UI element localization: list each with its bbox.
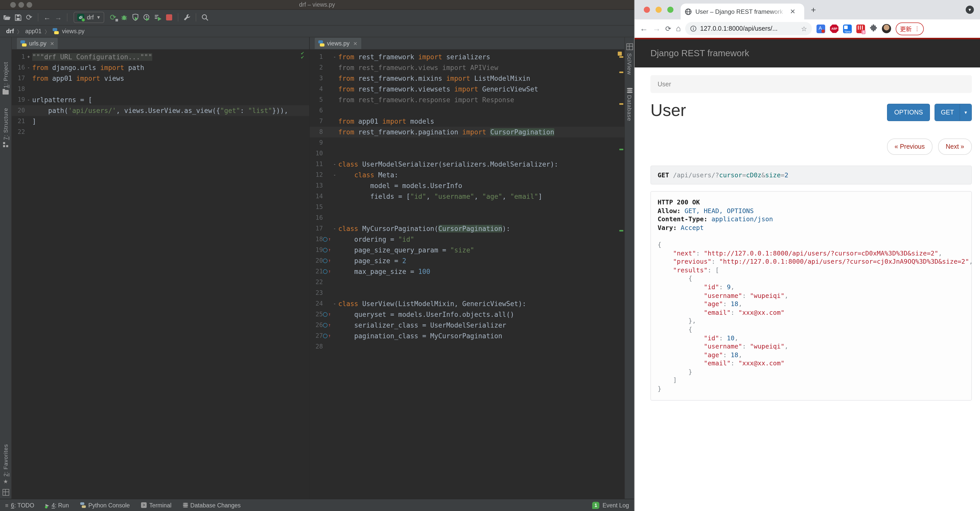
line-number[interactable]: 22 <box>310 277 323 288</box>
previous-page-button[interactable]: « Previous <box>887 138 932 155</box>
line-number[interactable]: 1 <box>310 52 323 62</box>
fold-marker[interactable]: - <box>331 170 338 180</box>
close-tab-icon[interactable]: ✕ <box>50 41 54 46</box>
sidebar-item-structure[interactable]: 7: Structure <box>3 108 9 140</box>
code-line[interactable]: 23 <box>310 288 624 298</box>
address-bar[interactable]: 127.0.0.1:8000/api/users/... ☆ <box>686 22 812 35</box>
code-line[interactable]: 18 <box>12 84 309 94</box>
sidebar-item-favorites[interactable]: 2: Favorites <box>3 444 9 476</box>
code-line[interactable]: 17-class MyCursorPagination(CursorPagina… <box>310 223 624 234</box>
line-number[interactable]: 11 <box>310 159 323 170</box>
line-number[interactable]: 27 <box>310 331 323 341</box>
line-number[interactable]: 18 <box>310 234 323 245</box>
overridden-attribute-icon[interactable]: ↑ <box>323 320 331 331</box>
breadcrumb-file[interactable]: views.py <box>62 28 84 34</box>
statusbar-todo[interactable]: ≡ 6: TODO <box>5 502 34 508</box>
tool-window-switcher-icon[interactable] <box>2 489 9 496</box>
code-line[interactable]: 5from rest_framework.response import Res… <box>310 94 624 105</box>
code-line[interactable]: 26↑ serializer_class = UserModelSerializ… <box>310 320 624 331</box>
fold-marker[interactable]: - <box>331 52 338 62</box>
statusbar-run[interactable]: ▶ 4: Run <box>46 502 69 508</box>
overridden-attribute-icon[interactable]: ↑ <box>323 266 331 277</box>
favorites-star-icon[interactable]: ★ <box>3 478 8 485</box>
line-number[interactable]: 16 <box>310 213 323 223</box>
extensions-puzzle-icon[interactable] <box>870 24 878 33</box>
reload-icon[interactable]: ⟳ <box>665 24 671 33</box>
wrench-icon[interactable] <box>181 12 193 23</box>
save-all-icon[interactable] <box>12 12 24 23</box>
inspections-warning-icon[interactable] <box>618 52 622 56</box>
options-button[interactable]: OPTIONS <box>887 104 930 121</box>
update-chrome-button[interactable]: 更新 ⋮ <box>896 22 924 35</box>
drf-breadcrumb-user[interactable]: User <box>658 81 671 88</box>
tab-views-py[interactable]: views.py ✕ <box>315 38 361 49</box>
run-configurations-list-icon[interactable] <box>153 12 164 23</box>
inspections-ok-icon[interactable]: ✔✔ <box>301 51 304 59</box>
line-number[interactable]: 17 <box>310 223 323 234</box>
line-number[interactable]: 25 <box>310 309 323 320</box>
code-line[interactable]: 16-from django.urls import path <box>12 62 309 73</box>
code-line[interactable]: 6 <box>310 105 624 116</box>
code-line[interactable]: 19-urlpatterns = [ <box>12 94 309 105</box>
line-number[interactable]: 8 <box>310 127 323 137</box>
change-stripe-mark[interactable] <box>619 230 624 231</box>
fold-marker[interactable]: - <box>331 159 338 170</box>
line-number[interactable]: 3 <box>310 73 323 84</box>
code-editor-views[interactable]: 1-from rest_framework import serializers… <box>310 49 624 499</box>
code-line[interactable]: 20 path('api/users/', views.UserView.as_… <box>12 105 309 116</box>
line-number[interactable]: 19 <box>310 245 323 256</box>
code-line[interactable]: 15 <box>310 202 624 213</box>
line-number[interactable]: 14 <box>310 191 323 202</box>
warning-stripe-mark[interactable] <box>619 56 624 58</box>
line-number[interactable]: 2 <box>310 62 323 73</box>
line-number[interactable]: 10 <box>310 148 323 159</box>
profiler-icon[interactable] <box>141 12 153 23</box>
code-line[interactable]: 24-class UserView(ListModelMixin, Generi… <box>310 298 624 309</box>
bookmark-star-icon[interactable]: ☆ <box>801 25 807 32</box>
stop-icon[interactable] <box>164 12 175 23</box>
line-number[interactable]: 18 <box>12 84 25 94</box>
warning-stripe-mark[interactable] <box>619 72 624 73</box>
code-line[interactable]: 21] <box>12 116 309 127</box>
line-number[interactable]: 7 <box>310 116 323 127</box>
overridden-attribute-icon[interactable]: ↑ <box>323 234 331 245</box>
fold-marker[interactable]: - <box>331 298 338 309</box>
fold-marker[interactable]: + <box>25 52 32 62</box>
code-line[interactable]: 28 <box>310 341 624 352</box>
code-line[interactable]: 12- class Meta: <box>310 170 624 180</box>
line-number[interactable]: 13 <box>310 180 323 191</box>
line-number[interactable]: 22 <box>12 127 25 137</box>
line-number[interactable]: 17 <box>12 73 25 84</box>
new-tab-button[interactable]: + <box>811 5 816 15</box>
forward-icon[interactable]: → <box>52 12 64 23</box>
code-line[interactable]: 19↑ page_size_query_param = "size" <box>310 245 624 256</box>
line-number[interactable]: 12 <box>310 170 323 180</box>
code-line[interactable]: 16 <box>310 213 624 223</box>
search-everywhere-icon[interactable] <box>199 12 211 23</box>
browser-tab[interactable]: User – Django REST framework ✕ <box>681 3 804 19</box>
overridden-attribute-icon[interactable]: ↑ <box>323 309 331 320</box>
code-line[interactable]: 3from rest_framework.mixins import ListM… <box>310 73 624 84</box>
line-number[interactable]: 21 <box>12 116 25 127</box>
statusbar-terminal[interactable]: > Terminal <box>141 502 172 508</box>
breadcrumb-project[interactable]: drf <box>6 28 14 34</box>
statusbar-database-changes[interactable]: Database Changes <box>183 502 241 508</box>
sidebar-item-database[interactable]: Database <box>627 95 633 121</box>
overridden-attribute-icon[interactable]: ↑ <box>323 245 331 256</box>
coupon-extension-icon[interactable] <box>857 24 865 33</box>
adblock-extension-icon[interactable]: ABP <box>830 24 839 33</box>
get-format-dropdown[interactable]: ▼ <box>959 104 971 121</box>
synchronize-icon[interactable]: ⟳ <box>24 12 35 23</box>
line-number[interactable]: 9 <box>310 137 323 148</box>
code-line[interactable]: 8from rest_framework.pagination import C… <box>310 127 624 137</box>
code-line[interactable]: 17from app01 import views <box>12 73 309 84</box>
code-editor-urls[interactable]: ✔✔ 1+"""drf URL Configuration..."""16-fr… <box>12 49 309 499</box>
code-line[interactable]: 4from rest_framework.viewsets import Gen… <box>310 84 624 94</box>
tab-search-icon[interactable]: ▼ <box>966 6 974 14</box>
tab-urls-py[interactable]: urls.py ✕ <box>17 38 58 49</box>
code-line[interactable]: 13 model = models.UserInfo <box>310 180 624 191</box>
code-line[interactable]: 2from rest_framework.views import APIVie… <box>310 62 624 73</box>
code-line[interactable]: 11-class UserModelSerializer(serializers… <box>310 159 624 170</box>
close-window-button[interactable] <box>644 6 650 13</box>
profile-avatar[interactable] <box>882 24 891 33</box>
